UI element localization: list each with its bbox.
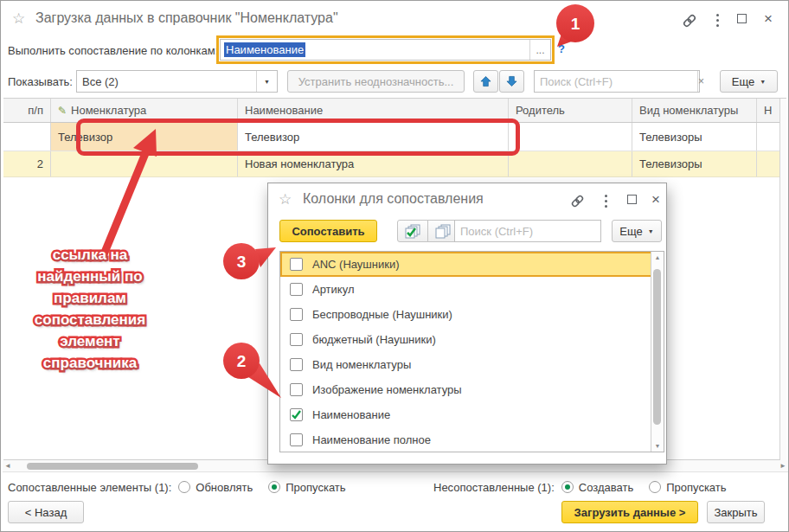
dialog-menu-kebab-icon[interactable] [605, 193, 607, 208]
checkbox[interactable] [290, 433, 303, 446]
svg-text:2: 2 [237, 352, 247, 370]
window-title: Загрузка данных в справочник "Номенклату… [35, 10, 338, 26]
checkbox[interactable] [290, 358, 303, 371]
match-columns-label: Выполнить сопоставление по колонкам: [8, 44, 218, 57]
main-window: ☆ Загрузка данных в справочник "Номенкла… [0, 0, 789, 532]
show-filter-value: Все (2) [77, 75, 119, 88]
dialog-favorite-star-icon[interactable]: ☆ [279, 190, 292, 208]
header-next[interactable]: Н [757, 99, 779, 122]
radio-create[interactable] [561, 481, 574, 493]
combobox-arrow-icon[interactable]: ▼ [256, 71, 277, 92]
list-item[interactable]: Беспроводные (Наушники) [280, 302, 664, 327]
list-item[interactable]: ANC (Наушники) [280, 252, 664, 277]
dialog-title: Колонки для сопоставления [303, 191, 484, 207]
checkbox[interactable] [290, 283, 303, 296]
columns-list: ANC (Наушники) Артикул Беспроводные (Нау… [279, 251, 664, 452]
match-columns-input[interactable]: Наименование ... [220, 39, 551, 61]
annotation-badge-2: 2 [221, 340, 286, 402]
map-button[interactable]: Сопоставить [279, 220, 377, 242]
scroll-up-icon[interactable]: ▲ [655, 254, 661, 260]
menu-kebab-icon[interactable] [716, 12, 719, 28]
scroll-thumb[interactable] [27, 463, 198, 470]
close-button[interactable]: Закрыть [707, 501, 765, 523]
disambiguate-button[interactable]: Устранить неоднозначность... [287, 70, 465, 93]
radio-skip-matched[interactable] [268, 481, 280, 493]
checkbox[interactable] [290, 258, 303, 271]
header-nomenclature[interactable]: ✎Номенклатура [51, 99, 238, 122]
clear-search-icon[interactable]: × [697, 71, 704, 92]
checkbox-checked[interactable] [290, 408, 303, 421]
move-up-button[interactable] [473, 70, 498, 93]
more-button[interactable]: Еще▼ [720, 70, 778, 93]
check-all-icon[interactable] [397, 220, 428, 242]
scroll-thumb[interactable] [653, 269, 661, 425]
table-vertical-scrollbar[interactable] [779, 99, 786, 461]
list-item[interactable]: Наименование [280, 402, 664, 427]
selected-text: Наименование [224, 42, 305, 57]
table-header-row: п/п ✎Номенклатура Наименование Родитель … [3, 99, 779, 123]
radio-skip-unmatched-label[interactable]: Пропускать [666, 481, 726, 494]
dialog-link-icon[interactable] [569, 193, 586, 209]
columns-dialog: ☆ Колонки для сопоставления × Сопоставит… [267, 183, 667, 465]
list-item[interactable]: Изображение номенклатуры [280, 377, 664, 402]
checkbox[interactable] [290, 333, 303, 346]
load-data-button[interactable]: Загрузить данные > [561, 501, 698, 523]
close-icon[interactable]: × [764, 11, 773, 26]
matched-options: Сопоставленные элементы (1): Обновлять П… [8, 479, 346, 495]
header-num[interactable]: п/п [3, 99, 51, 122]
move-down-button[interactable] [499, 70, 524, 93]
checkbox[interactable] [290, 308, 303, 321]
list-item[interactable]: бюджетный (Наушники) [280, 327, 664, 352]
header-name[interactable]: Наименование [238, 99, 509, 122]
checkbox[interactable] [290, 383, 303, 396]
maximize-icon[interactable] [737, 14, 747, 23]
scroll-right-icon[interactable]: ► [779, 462, 786, 470]
radio-update-label[interactable]: Обновлять [196, 481, 253, 494]
header-parent[interactable]: Родитель [509, 99, 632, 122]
dialog-search-field[interactable]: × [454, 220, 601, 242]
dropdown-caret-icon: ▼ [648, 228, 654, 234]
unmatched-options: Несопоставленные (1): Создавать Пропуска… [433, 479, 727, 495]
search-field[interactable]: × [534, 70, 700, 93]
link-icon[interactable] [681, 12, 698, 29]
svg-text:1: 1 [571, 15, 581, 33]
unmatched-label: Несопоставленные (1): [433, 481, 555, 494]
radio-update[interactable] [178, 481, 190, 493]
dialog-search-input[interactable] [455, 221, 618, 241]
favorite-star-icon[interactable]: ☆ [12, 10, 25, 28]
dialog-maximize-icon[interactable] [627, 195, 637, 204]
choose-button[interactable]: ... [529, 40, 550, 60]
show-label: Показывать: [8, 75, 73, 88]
list-item[interactable]: Вид номенклатуры [280, 352, 664, 377]
pencil-icon: ✎ [58, 105, 67, 117]
svg-text:3: 3 [237, 253, 247, 271]
list-item[interactable]: Артикул [280, 277, 664, 302]
back-button[interactable]: < Назад [8, 501, 84, 523]
scroll-down-icon[interactable]: ▼ [655, 443, 661, 449]
radio-skip-unmatched[interactable] [649, 481, 661, 493]
header-kind[interactable]: Вид номенклатуры [632, 99, 757, 122]
annotation-badge-3: 3 [221, 240, 279, 283]
dropdown-caret-icon: ▼ [760, 79, 766, 85]
scroll-left-icon[interactable]: ◄ [4, 462, 11, 470]
search-input[interactable] [535, 71, 697, 92]
show-filter-combobox[interactable]: Все (2) ▼ [76, 70, 278, 93]
radio-skip-matched-label[interactable]: Пропускать [285, 481, 345, 494]
radio-create-label[interactable]: Создавать [579, 481, 633, 494]
annotation-badge-1: 1 [548, 2, 600, 52]
dialog-more-button[interactable]: Еще▼ [612, 220, 662, 242]
annotation-callout-text: ссылка на найденный по правилам сопостав… [20, 244, 160, 374]
dialog-close-icon[interactable]: × [651, 192, 660, 207]
list-scrollbar[interactable]: ▲▼ [651, 252, 664, 452]
matched-label: Сопоставленные элементы (1): [8, 481, 171, 494]
list-item[interactable]: Наименование полное [280, 427, 664, 452]
